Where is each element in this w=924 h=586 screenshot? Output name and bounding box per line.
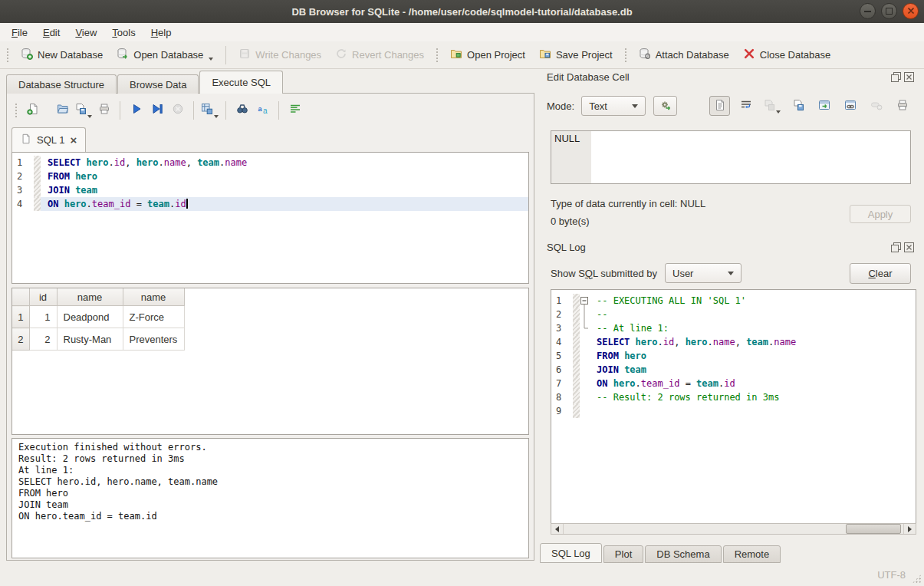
text-mode-button[interactable] bbox=[709, 96, 730, 116]
triangle-left-icon bbox=[555, 526, 559, 532]
toolbar-handle[interactable] bbox=[624, 48, 627, 63]
new-database-button[interactable]: New Database bbox=[14, 44, 110, 65]
tab-label: Database Structure bbox=[18, 79, 104, 91]
mode-select[interactable]: Text bbox=[581, 96, 646, 116]
dock-tab-label: Remote bbox=[735, 548, 770, 560]
export-data-button[interactable] bbox=[788, 96, 808, 116]
export-file-icon bbox=[792, 99, 804, 114]
corner-header[interactable] bbox=[12, 288, 29, 306]
gutter-margin bbox=[573, 404, 580, 418]
new-sql-tab-button[interactable] bbox=[22, 101, 43, 120]
execute-all-button[interactable] bbox=[126, 101, 146, 120]
menu-file[interactable]: File bbox=[4, 25, 35, 41]
toggle-word-wrap-button[interactable] bbox=[284, 101, 305, 120]
float-panel-icon[interactable] bbox=[891, 72, 901, 82]
cell[interactable]: Deadpond bbox=[57, 306, 123, 328]
fold-marker[interactable] bbox=[580, 294, 590, 308]
cell-size-info: 0 byte(s) bbox=[551, 216, 590, 227]
gutter-margin bbox=[573, 335, 580, 349]
titlebar[interactable]: DB Browser for SQLite - /home/user/code/… bbox=[0, 0, 924, 24]
dock-tab-sql-log[interactable]: SQL Log bbox=[540, 543, 602, 563]
word-wrap-button[interactable] bbox=[735, 96, 756, 116]
column-header-name[interactable]: name bbox=[123, 288, 184, 306]
sql-editor[interactable]: 1SELECT hero.id, hero.name, team.name2FR… bbox=[12, 152, 529, 284]
open-sql-file-button[interactable] bbox=[52, 101, 73, 120]
fold-marker bbox=[580, 390, 590, 404]
dock-tab-label: SQL Log bbox=[551, 548, 590, 559]
dock-tab-db-schema[interactable]: DB Schema bbox=[645, 545, 721, 563]
float-panel-icon[interactable] bbox=[891, 242, 901, 252]
auto-switch-mode-button[interactable] bbox=[653, 96, 677, 116]
open-project-button[interactable]: Open Project bbox=[443, 44, 532, 65]
cell[interactable]: 2 bbox=[29, 328, 57, 351]
line-number: 1 bbox=[551, 294, 573, 308]
dock-tab-label: DB Schema bbox=[656, 548, 709, 560]
scroll-left-arrow[interactable] bbox=[551, 524, 563, 534]
code-line: 5FROM hero bbox=[551, 349, 916, 363]
cell-toolbar: Mode: Text bbox=[547, 94, 912, 117]
cell[interactable]: Preventers bbox=[123, 328, 184, 351]
tab-label: Execute SQL bbox=[212, 77, 271, 88]
menu-tools[interactable]: Tools bbox=[104, 25, 143, 41]
scroll-track[interactable] bbox=[563, 524, 904, 534]
sql-toolbar-handle[interactable] bbox=[15, 103, 18, 118]
tab-browse-data[interactable]: Browse Data bbox=[117, 74, 199, 94]
db-attach-icon bbox=[639, 48, 651, 62]
find-replace-button[interactable] bbox=[232, 101, 252, 120]
tab-database-structure[interactable]: Database Structure bbox=[6, 74, 117, 94]
code-text: SELECT hero.id, hero.name, team.name bbox=[41, 156, 528, 170]
close-panel-icon[interactable] bbox=[904, 242, 914, 252]
save-results-button[interactable] bbox=[199, 101, 220, 120]
maximize-button[interactable] bbox=[881, 3, 897, 19]
close-tab-icon[interactable]: × bbox=[70, 134, 77, 146]
toolbar-handle[interactable] bbox=[436, 48, 439, 63]
close-window-button[interactable] bbox=[903, 3, 919, 19]
dock-tab-remote[interactable]: Remote bbox=[723, 545, 781, 563]
dock-tab-plot[interactable]: Plot bbox=[603, 545, 643, 563]
sql-file-tab[interactable]: SQL 1× bbox=[12, 127, 86, 152]
menu-help[interactable]: Help bbox=[143, 25, 179, 41]
line-number: 9 bbox=[551, 404, 573, 418]
auto-format-sql-button[interactable]: aa bbox=[252, 101, 273, 120]
open-database-button[interactable]: Open Database bbox=[110, 44, 220, 65]
scroll-right-arrow[interactable] bbox=[904, 524, 916, 534]
sql-file-tabs: SQL 1× bbox=[12, 128, 86, 152]
save-sql-file-button[interactable] bbox=[73, 101, 94, 120]
row-header[interactable]: 2 bbox=[12, 328, 29, 351]
clear-log-button[interactable]: Clear bbox=[850, 263, 911, 284]
cell[interactable]: Rusty-Man bbox=[57, 328, 123, 351]
scroll-thumb[interactable] bbox=[846, 524, 901, 534]
header-row: idnamename bbox=[12, 288, 184, 306]
menu-edit[interactable]: Edit bbox=[35, 25, 67, 41]
cell[interactable]: 1 bbox=[29, 306, 57, 328]
save-project-button[interactable]: Save Project bbox=[532, 44, 620, 65]
fold-marker bbox=[580, 404, 590, 418]
log-horizontal-scrollbar[interactable] bbox=[551, 523, 916, 535]
resize-grip[interactable] bbox=[912, 574, 922, 584]
minimize-button[interactable] bbox=[860, 3, 876, 19]
row-header[interactable]: 1 bbox=[12, 306, 29, 328]
close-database-button[interactable]: Close Database bbox=[736, 44, 838, 65]
execute-current-line-button[interactable] bbox=[146, 101, 167, 120]
code-line: 3-- At line 1: bbox=[551, 321, 916, 335]
chevron-down-icon bbox=[632, 104, 638, 108]
code-text: JOIN team bbox=[41, 183, 528, 197]
column-header-name[interactable]: name bbox=[57, 288, 123, 306]
cell[interactable]: Z-Force bbox=[123, 306, 184, 328]
link-icon bbox=[844, 99, 857, 114]
open-in-external-button[interactable] bbox=[814, 96, 834, 116]
word-wrap-icon bbox=[740, 99, 752, 114]
menu-view[interactable]: View bbox=[67, 25, 104, 41]
submitter-select[interactable]: User bbox=[665, 263, 742, 283]
cell-editor[interactable]: NULL bbox=[551, 130, 911, 184]
submitter-select-value: User bbox=[672, 268, 693, 279]
toolbar-handle[interactable] bbox=[6, 48, 9, 63]
print-sql-button[interactable] bbox=[94, 101, 114, 120]
indent-icon bbox=[289, 103, 301, 118]
copy-link-button[interactable] bbox=[840, 96, 860, 116]
column-header-id[interactable]: id bbox=[29, 288, 57, 306]
close-panel-icon[interactable] bbox=[904, 72, 914, 82]
attach-database-button[interactable]: Attach Database bbox=[632, 44, 736, 65]
tab-execute-sql[interactable]: Execute SQL bbox=[199, 71, 283, 94]
print-cell-button[interactable] bbox=[892, 96, 912, 116]
